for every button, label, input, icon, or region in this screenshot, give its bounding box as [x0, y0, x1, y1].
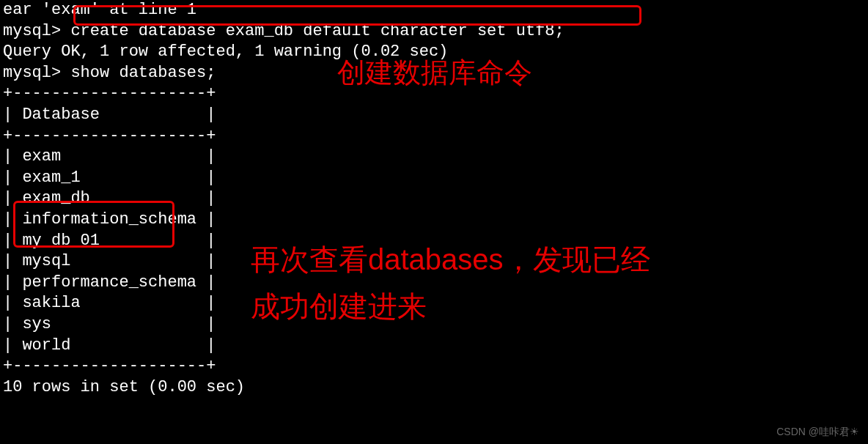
csdn-watermark: CSDN @哇咔君☀	[776, 425, 859, 438]
rows-in-set-line: 10 rows in set (0.00 sec)	[3, 377, 865, 399]
highlight-create-command	[73, 5, 641, 26]
annotation-create-db: 创建数据库命令	[337, 55, 532, 91]
table-row: | world |	[3, 336, 865, 357]
mysql-prompt: mysql>	[3, 64, 70, 82]
highlight-exam-db-row	[13, 201, 174, 248]
table-divider-bottom: +--------------------+	[3, 356, 865, 377]
table-divider-mid: +--------------------+	[3, 126, 865, 147]
show-databases-command[interactable]: show databases;	[70, 64, 216, 82]
annotation-verify-db: 再次查看databases，发现已经 成功创建进来	[251, 236, 650, 330]
mysql-prompt: mysql>	[3, 22, 70, 40]
annotation-line: 成功创建进来	[251, 283, 650, 330]
table-row: | exam |	[3, 147, 865, 168]
table-row: | exam_1 |	[3, 168, 865, 189]
annotation-line: 再次查看databases，发现已经	[251, 236, 650, 283]
table-header: | Database |	[3, 105, 865, 126]
